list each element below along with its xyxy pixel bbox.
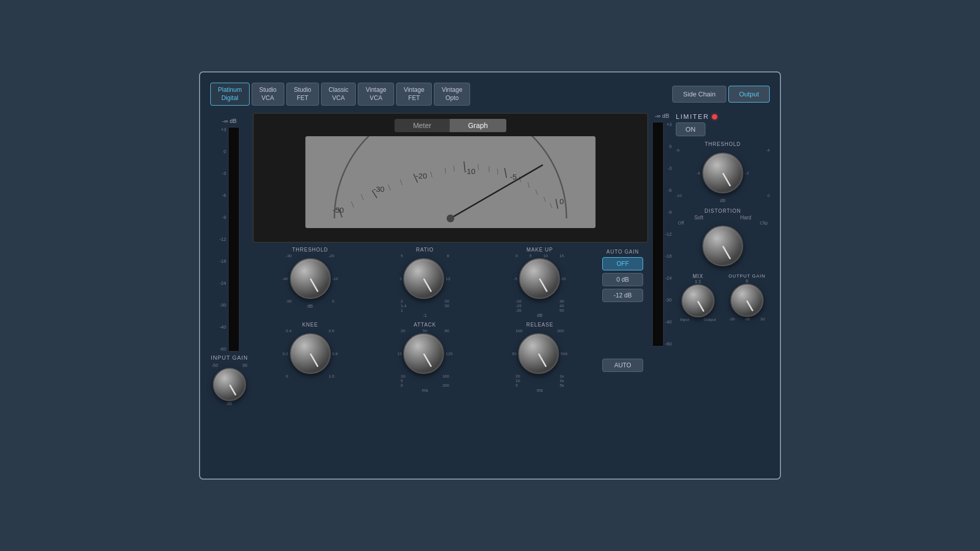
output-button[interactable]: Output [728,86,770,103]
meter-tab-bar: Meter Graph [259,119,642,132]
mix-knob[interactable] [681,284,715,317]
preset-tab-vintage-vca[interactable]: Vintage VCA [358,83,394,106]
mix-output-section: MIX 1:1 Input Output OUTPUT GAIN 0 [676,273,770,322]
ratio-knob[interactable] [403,258,444,299]
left-db-label: -∞ dB [222,118,236,124]
vu-gauge-area: -50 -30 -20 -10 -5 0 [259,136,642,228]
distortion-knob[interactable] [702,226,743,266]
distortion-label: DISTORTION [676,208,770,214]
plugin-container: Platinum Digital Studio VCA Studio FET C… [199,71,781,480]
auto-gain-12db-button[interactable]: -12 dB [602,289,643,302]
ratio-label: RATIO [416,247,434,253]
knee-label: KNEE [302,322,318,328]
right-top-area: -∞ dB +3 0 -3 -6 -9 -12 -18 [652,113,770,346]
input-gain-label: INPUT GAIN [211,355,248,361]
auto-release-button[interactable]: AUTO [602,359,643,372]
input-gain-knob[interactable] [213,368,246,401]
mix-control: MIX 1:1 Input Output [680,273,716,322]
output-gain-control: OUTPUT GAIN 0 -30 dB 30 [728,273,765,322]
release-knob[interactable] [518,333,559,374]
limiter-threshold-label: THRESHOLD [676,141,770,147]
release-label: RELEASE [526,322,553,328]
threshold-control: THRESHOLD -30-20 -40 -10 -500 dB [255,247,365,318]
mix-ratio: 1:1 [695,279,701,284]
side-chain-button[interactable]: Side Chain [672,86,726,103]
svg-rect-0 [305,136,595,228]
output-gain-knob[interactable] [730,284,764,317]
svg-point-29 [447,215,454,222]
right-section: -∞ dB +3 0 -3 -6 -9 -12 -18 [652,113,770,460]
right-db-label: -∞ dB [655,113,669,119]
preset-tab-classic-vca[interactable]: Classic VCA [321,83,356,106]
limiter-on-button[interactable]: ON [676,122,705,136]
auto-gain-label: AUTO GAIN [606,249,639,255]
svg-text:-20: -20 [416,172,427,181]
meter-tab-meter[interactable]: Meter [395,119,450,132]
top-bar: Platinum Digital Studio VCA Studio FET C… [210,83,770,106]
right-vu-meter [652,122,664,346]
makeup-label: MAKE UP [526,247,553,253]
threshold-label: THRESHOLD [292,247,328,253]
meter-tab-graph[interactable]: Graph [450,119,506,132]
limiter-led [712,114,717,119]
output-gain-label: OUTPUT GAIN [728,273,765,279]
top-right-buttons: Side Chain Output [672,86,770,103]
attack-label: ATTACK [414,322,436,328]
limiter-header: LIMITER [676,113,770,120]
preset-tab-platinum[interactable]: Platinum Digital [210,83,250,106]
auto-gain-0db-button[interactable]: 0 dB [602,273,643,286]
ratio-control: RATIO 58 3 12 220 1.430 [370,247,480,318]
attack-control: ATTACK 205080 15 120 10160 5 [370,322,480,393]
vu-gauge-svg: -50 -30 -20 -10 -5 0 [259,136,642,228]
limiter-threshold-knob[interactable] [702,153,743,193]
auto-button-area: AUTO [600,322,646,393]
auto-gain-off-button[interactable]: OFF [602,257,643,270]
preset-tab-vintage-fet[interactable]: Vintage FET [396,83,432,106]
left-meter-scale: +3 0 -3 -6 -9 -12 -18 -24 -30 -40 -60 [219,127,226,352]
right-controls: LIMITER ON THRESHOLD -6 -4 -8 [676,113,770,346]
limiter-label: LIMITER [676,113,709,120]
release-control: RELEASE 100200 50 500 201k 102k [485,322,595,393]
threshold-knob[interactable] [290,258,331,299]
left-vu-meter [228,127,239,352]
preset-tab-studio-fet[interactable]: Studio FET [286,83,319,106]
knee-control: KNEE 0.40.6 0.2 0.8 01.0 [255,322,365,393]
preset-tabs: Platinum Digital Studio VCA Studio FET C… [210,83,470,106]
svg-text:-50: -50 [333,206,344,214]
limiter-threshold-section: THRESHOLD -6 -4 -8 -2 -10 0 [676,141,770,203]
svg-text:-30: -30 [373,185,384,193]
svg-text:-10: -10 [464,167,475,176]
svg-text:0: 0 [559,197,564,206]
limiter-section: LIMITER ON [676,113,770,136]
preset-tab-vintage-opto[interactable]: Vintage Opto [434,83,470,106]
makeup-knob[interactable] [519,258,560,299]
right-meter-strip: -∞ dB +3 0 -3 -6 -9 -12 -18 [652,113,672,346]
auto-gain-control: AUTO GAIN OFF 0 dB -12 dB [600,247,646,318]
controls-row2: KNEE 0.40.6 0.2 0.8 01.0 ATTACK [253,322,648,393]
knee-knob[interactable] [290,333,331,374]
left-input-strip: -∞ dB +3 0 -3 -6 -9 -12 -18 -24 -30 -40 … [210,113,249,460]
meter-display: Meter Graph -50 -30 [253,113,648,243]
right-meter-scale: +3 0 -3 -6 -9 -12 -18 -24 -30 -40 -60 [665,122,672,346]
mix-label: MIX [693,273,703,279]
controls-row1: THRESHOLD -30-20 -40 -10 -500 dB [253,247,648,318]
distortion-section: DISTORTION Soft Hard Off Clip [676,208,770,266]
preset-tab-studio-vca[interactable]: Studio VCA [252,83,284,106]
makeup-control: MAKE UP 051015 -5 20 -1030 -1540 [485,247,595,318]
attack-knob[interactable] [403,333,444,374]
